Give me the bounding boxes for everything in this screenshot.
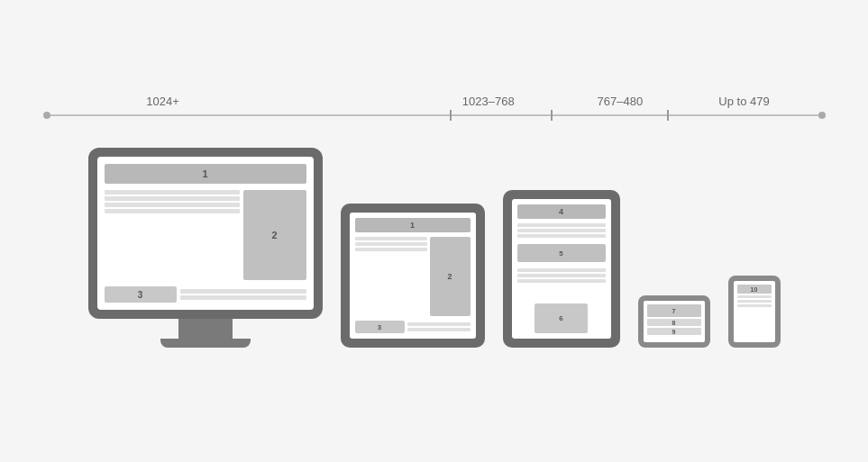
phone-landscape-screen: 7 8 9: [644, 301, 705, 342]
label-767-480: 767–480: [598, 95, 644, 108]
tablet-land-block-1: 1: [355, 218, 471, 232]
monitor-line-2: [105, 196, 240, 201]
timeline-wrapper: 1024+ 1023–768 767–480 Up to 479: [47, 114, 822, 116]
timeline-start-dot: [43, 112, 50, 119]
phone-port-line-3: [737, 304, 772, 307]
tablet-port-block-5: 5: [517, 244, 606, 262]
monitor-line-1: [105, 190, 240, 195]
label-up-to-479: Up to 479: [718, 95, 769, 108]
tablet-land-block-3: 3: [355, 321, 405, 333]
timeline-tick-3: [667, 110, 669, 121]
timeline-end-dot: [818, 112, 826, 119]
timeline-tick-2: [551, 110, 553, 121]
tablet-land-bottom-lines: [407, 322, 471, 331]
tablet-port-lines-2: [517, 268, 606, 299]
tablet-land-bl-1: [407, 322, 471, 326]
label-1024: 1024+: [146, 95, 179, 108]
monitor-bottom-line-1: [180, 289, 306, 294]
devices-row: 1 2 3: [88, 148, 781, 348]
tablet-port-line-3: [517, 234, 606, 238]
monitor-body: 1 2 3: [88, 148, 323, 319]
tablet-land-line-1: [355, 237, 427, 240]
phone-land-block-7: 7: [647, 304, 701, 317]
monitor-screen: 1 2 3: [97, 157, 314, 310]
timeline-line: [47, 114, 822, 116]
tablet-port-line-6: [517, 279, 606, 283]
phone-port-line-1: [737, 295, 772, 298]
timeline-tick-1: [450, 110, 452, 121]
monitor-bottom-row: 3: [105, 286, 306, 303]
tablet-landscape-screen: 1 2 3: [350, 213, 476, 339]
main-container: 1024+ 1023–768 767–480 Up to 479 1: [0, 0, 868, 462]
tablet-port-line-5: [517, 274, 606, 277]
monitor-main-row: 2: [105, 190, 306, 280]
tablet-portrait-device: 4 5 6: [503, 190, 620, 348]
label-1023-768: 1023–768: [462, 95, 515, 108]
monitor-line-4: [105, 209, 240, 213]
monitor-bottom-lines: [180, 289, 306, 300]
tablet-portrait-screen: 4 5 6: [512, 199, 611, 339]
tablet-land-line-3: [355, 248, 427, 251]
tablet-land-line-2: [355, 242, 427, 246]
monitor-bottom-line-2: [180, 295, 306, 300]
monitor-block-2: 2: [243, 190, 306, 280]
phone-landscape-device: 7 8 9: [638, 295, 710, 348]
phone-land-block-9: 9: [647, 328, 701, 335]
monitor-block-1: 1: [105, 164, 306, 184]
tablet-land-main-row: 2: [355, 237, 471, 316]
phone-portrait-screen: 10: [734, 281, 775, 342]
tablet-port-line-2: [517, 229, 606, 232]
phone-port-block-10: 10: [737, 285, 772, 294]
monitor-line-3: [105, 203, 240, 207]
desktop-device: 1 2 3: [88, 148, 323, 348]
phone-port-line-2: [737, 300, 772, 303]
tablet-land-bl-2: [407, 328, 471, 331]
monitor-stand: [178, 319, 233, 339]
tablet-land-left: [355, 237, 427, 316]
tablet-port-lines: [517, 223, 606, 238]
tablet-port-block-4: 4: [517, 204, 606, 219]
tablet-land-block-2: 2: [430, 237, 471, 316]
monitor-base: [160, 339, 251, 348]
tablet-land-bottom: 3: [355, 321, 471, 333]
phone-land-block-8: 8: [647, 319, 701, 326]
monitor-block-3: 3: [105, 286, 177, 303]
tablet-port-line-4: [517, 268, 606, 272]
monitor-left-col: [105, 190, 240, 280]
tablet-landscape-device: 1 2 3: [341, 204, 485, 348]
tablet-port-line-1: [517, 223, 606, 227]
tablet-port-block-6: 6: [535, 303, 588, 334]
phone-portrait-device: 10: [728, 276, 781, 348]
